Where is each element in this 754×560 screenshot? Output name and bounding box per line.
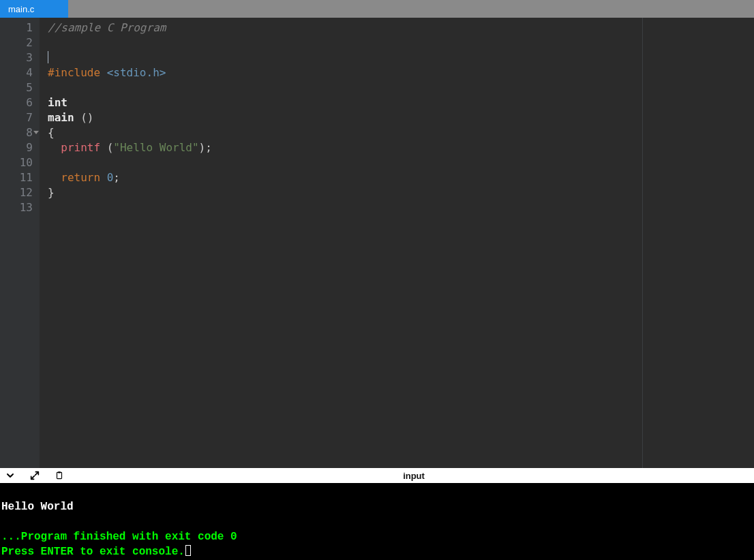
code-line[interactable] [48,155,754,170]
code-token [48,141,61,154]
line-number: 12 [0,185,40,200]
code-line[interactable] [48,200,754,215]
tab-label: main.c [8,4,34,14]
tab-main-c[interactable]: main.c [0,0,68,18]
console-output[interactable]: Hello World ...Program finished with exi… [0,483,754,560]
line-number: 9 [0,140,40,155]
input-tab-label[interactable]: input [403,471,425,481]
code-token: { [48,126,55,139]
code-line[interactable]: return 0; [48,170,754,185]
code-token [48,171,61,184]
code-line[interactable]: main () [48,110,754,125]
line-number: 1 [0,20,40,35]
code-token: <stdio.h> [107,66,166,79]
code-line[interactable]: { [48,125,754,140]
code-token: ( [107,141,114,154]
code-line[interactable] [48,50,754,65]
code-token: } [48,186,55,199]
code-line[interactable] [48,35,754,50]
fullscreen-icon[interactable] [29,469,41,482]
svg-rect-1 [58,471,61,473]
code-token: printf [61,141,100,154]
code-line[interactable]: int [48,95,754,110]
console-stdout: Hello World [1,501,74,513]
line-number: 4 [0,65,40,80]
code-token: ; [113,171,120,184]
code-token: 0 [107,171,114,184]
code-token: main [48,111,80,124]
code-token [100,171,107,184]
console-toolbar: input [0,468,754,483]
line-number: 10 [0,155,40,170]
tab-bar: main.c [0,0,754,18]
line-number: 2 [0,35,40,50]
line-number: 8 [0,125,40,140]
clipboard-icon[interactable] [53,469,65,482]
code-token: () [80,111,93,124]
code-line[interactable]: } [48,185,754,200]
console-status-line: ...Program finished with exit code 0 [1,531,237,543]
line-number: 6 [0,95,40,110]
console-cursor [185,545,191,556]
code-token: int [48,96,67,109]
code-line[interactable]: //sample C Program [48,20,754,35]
code-token: //sample C Program [48,21,166,34]
code-line[interactable]: #include <stdio.h> [48,65,754,80]
code-editor[interactable]: 12345678910111213 //sample C Program #in… [0,18,754,468]
line-number: 13 [0,200,40,215]
code-token: #include [48,66,100,79]
svg-rect-0 [57,472,62,478]
line-number: 7 [0,110,40,125]
code-token: ); [199,141,212,154]
code-token [100,141,107,154]
text-cursor [48,51,48,63]
code-line[interactable] [48,80,754,95]
code-area[interactable]: //sample C Program #include <stdio.h> in… [40,18,754,468]
code-token: "Hello World" [113,141,198,154]
console-prompt: Press ENTER to exit console. [1,546,185,558]
line-number-gutter: 12345678910111213 [0,18,40,468]
code-token [100,66,107,79]
line-number: 11 [0,170,40,185]
line-number: 3 [0,50,40,65]
chevron-down-icon[interactable] [4,469,16,482]
code-line[interactable]: printf ("Hello World"); [48,140,754,155]
code-token: return [61,171,100,184]
line-number: 5 [0,80,40,95]
